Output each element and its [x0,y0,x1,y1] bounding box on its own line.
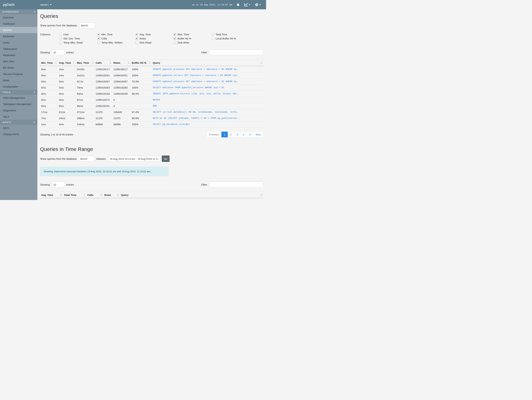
sidebar-item[interactable]: Change Alerts [0,131,37,137]
pagination-button[interactable]: 3 [234,132,240,137]
sidebar-item[interactable]: Roles [0,77,37,83]
total-time-cell: 2ms [63,198,86,200]
query-link[interactable]: SELECT pg_database_size($1) [153,123,190,126]
calls-cell: 60898 [95,121,113,127]
sidebar-item[interactable]: BG Writer [0,64,37,71]
query-link[interactable]: SELECT abalance FROM pgbench_accounts WH… [153,86,224,89]
query-link[interactable]: UPDATE pgbench_accounts SET abalance = a… [153,80,238,83]
sidebar-item[interactable]: Tablespace Management [0,101,37,107]
sidebar-section-alerts[interactable]: ALERTS [0,120,37,125]
page-length-input[interactable] [51,50,65,55]
section-title: TOOLS [2,91,10,94]
sidebar-item[interactable]: Backends [0,33,37,39]
sidebar-item[interactable]: Queries [0,27,37,33]
column-header[interactable]: Query [120,192,263,198]
pagination-button[interactable]: 4 [240,132,247,137]
checkbox[interactable] [97,41,100,44]
query-link[interactable]: UPDATE pgbench_tellers SET tbalance = tb… [153,74,238,77]
column-checkbox[interactable]: Temp Blks. Read [59,41,97,44]
settings-menu-button[interactable] [255,3,261,6]
checkbox[interactable] [59,37,62,40]
column-checkbox[interactable]: User [59,33,97,36]
checkbox[interactable] [59,41,62,44]
column-checkbox[interactable]: Rows [135,37,173,40]
checkbox[interactable] [135,33,138,36]
server-selector[interactable]: server1 [40,3,52,6]
column-header[interactable]: Avg. Time [40,192,63,198]
query-link[interactable]: BEGIN [153,99,160,101]
column-checkbox[interactable]: Buffer Hit % [173,37,212,40]
sidebar-item[interactable]: Tablespaces [0,46,37,52]
checkbox[interactable] [97,37,100,40]
column-checkbox[interactable]: Total Time [212,33,250,36]
pagination-button[interactable]: Next [253,132,263,137]
table-filter-input-2[interactable] [209,182,263,187]
notifications-button[interactable] [236,3,240,7]
sidebar-section-dashboards[interactable]: DASHBOARDS [0,9,37,14]
column-checkbox[interactable]: Avg. Time [135,33,173,36]
column-checkbox[interactable]: Calls [97,37,135,40]
column-checkbox[interactable]: Max. Time [173,33,212,36]
sidebar-item[interactable]: Databases [0,20,37,27]
column-header[interactable]: Avg. Time [58,60,76,66]
sidebar-item[interactable]: Configuration [0,83,37,90]
sidebar-item[interactable]: Alerts [0,125,37,131]
checkbox[interactable] [212,33,214,36]
column-header[interactable]: Min. Time [40,60,58,66]
column-header[interactable]: Max. Time [76,60,95,66]
avg-time-cell: 0ms [58,97,76,103]
query-link[interactable]: SELECT current_database() AS db, scheman… [153,111,238,113]
charts-menu-button[interactable] [244,3,250,6]
page-length-input-2[interactable] [51,182,65,187]
column-header[interactable]: Query [152,60,263,66]
pagination-button[interactable]: 5 [247,132,253,137]
column-checkbox[interactable]: Min. Time [97,33,135,36]
column-checkbox[interactable]: Local Buffer Hit % [212,37,250,40]
query-link[interactable]: INSERT INTO pgbench_history (tid, bid, a… [153,92,238,95]
column-checkbox[interactable]: Std. Dev. Time [59,37,97,40]
pagination-button[interactable]: 2 [228,132,234,137]
query-link[interactable]: UPDATE pgbench_branches SET bbalance = b… [153,68,238,70]
checkbox[interactable] [173,41,176,44]
column-checkbox[interactable]: Disk Read [135,41,173,44]
checkbox[interactable] [135,41,138,44]
checkbox[interactable] [173,33,176,36]
query-link[interactable]: WITH pc AS (SELECT pubname, COUNT(*) AS … [153,117,238,120]
go-button[interactable]: Go [162,155,170,162]
checkbox[interactable] [135,37,138,40]
database-input-time-range[interactable] [78,156,95,162]
sidebar-section-tools[interactable]: TOOLS [0,90,37,95]
checkbox[interactable] [59,33,62,36]
pagination-button[interactable]: 1 [221,132,228,137]
sidebar-item[interactable]: Top k [0,114,37,120]
column-header[interactable]: Buffer Hit % [131,60,152,66]
column-checkbox[interactable]: Temp Blks. Written [97,41,135,44]
column-header[interactable]: Rows [103,192,120,198]
database-input[interactable] [79,22,95,28]
pagination-button[interactable]: Previous [207,132,221,137]
column-checkbox[interactable]: Disk Write [173,41,212,44]
buffer-hit-cell: 100% [131,121,152,127]
sidebar-item[interactable]: Diagnostics [0,107,37,114]
sidebar-item[interactable]: Locks [0,39,37,46]
avg-time-cell: 24ms [58,115,76,121]
checkbox[interactable] [173,37,176,40]
sidebar-item[interactable]: Overview [0,14,37,20]
column-header[interactable]: Total Time [63,192,86,198]
sidebar-item[interactable]: Vacuum Progress [0,71,37,77]
table-row: 0ms 2ms 11 37 SELECT COALESCE(datname, $… [40,198,263,200]
sort-icon [149,62,151,64]
sidebar-item[interactable]: Index Management [0,95,37,101]
column-header[interactable]: Rows [113,60,131,66]
column-header[interactable]: Calls [95,60,113,66]
time-range-input[interactable] [108,156,160,162]
table-filter-input[interactable] [209,50,263,55]
checkbox[interactable] [97,33,100,36]
checkbox[interactable] [212,37,214,40]
sidebar-item[interactable]: WAL Files [0,58,37,64]
rows-cell: 1295418217 [113,66,131,72]
query-link[interactable]: END [153,105,157,107]
table-row: 0ms 1ms 2m31s 1295418251 1295418251 100%… [40,72,263,78]
column-header[interactable]: Calls [86,192,103,198]
sidebar-item[interactable]: Replication [0,52,37,58]
